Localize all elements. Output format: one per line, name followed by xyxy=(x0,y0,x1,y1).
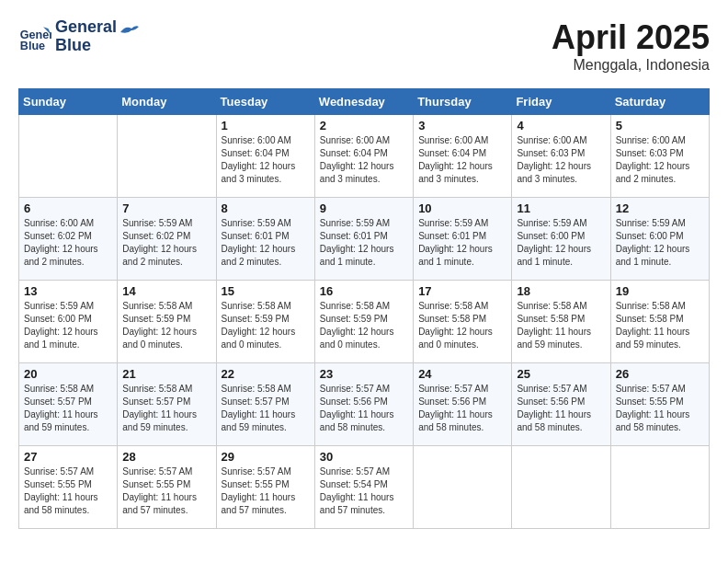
cell-info: Sunrise: 6:00 AM Sunset: 6:03 PM Dayligh… xyxy=(616,134,704,186)
cell-info: Sunrise: 5:58 AM Sunset: 5:57 PM Dayligh… xyxy=(222,383,310,434)
calendar-cell xyxy=(414,446,512,529)
cell-info: Sunrise: 5:57 AM Sunset: 5:56 PM Dayligh… xyxy=(418,383,506,434)
calendar-cell: 13Sunrise: 5:59 AM Sunset: 6:00 PM Dayli… xyxy=(19,281,118,363)
day-number: 16 xyxy=(320,284,408,298)
day-number: 6 xyxy=(24,201,112,215)
cell-info: Sunrise: 6:00 AM Sunset: 6:02 PM Dayligh… xyxy=(24,217,112,269)
calendar-week-row: 6Sunrise: 6:00 AM Sunset: 6:02 PM Daylig… xyxy=(19,198,710,281)
cell-info: Sunrise: 6:00 AM Sunset: 6:04 PM Dayligh… xyxy=(222,134,310,186)
day-number: 12 xyxy=(616,201,704,215)
cell-info: Sunrise: 5:59 AM Sunset: 6:00 PM Dayligh… xyxy=(616,217,704,269)
cell-info: Sunrise: 5:57 AM Sunset: 5:55 PM Dayligh… xyxy=(222,465,310,517)
calendar-cell: 16Sunrise: 5:58 AM Sunset: 5:59 PM Dayli… xyxy=(314,281,413,363)
cell-info: Sunrise: 6:00 AM Sunset: 6:04 PM Dayligh… xyxy=(418,134,506,186)
logo-text-blue: Blue xyxy=(55,37,117,55)
day-number: 20 xyxy=(24,367,112,381)
calendar-cell: 4Sunrise: 6:00 AM Sunset: 6:03 PM Daylig… xyxy=(512,115,610,198)
logo-text-general: General xyxy=(55,18,117,37)
calendar-cell: 9Sunrise: 5:59 AM Sunset: 6:01 PM Daylig… xyxy=(314,198,413,281)
day-number: 3 xyxy=(418,119,506,132)
cell-info: Sunrise: 5:57 AM Sunset: 5:54 PM Dayligh… xyxy=(320,465,408,517)
col-header-thursday: Thursday xyxy=(414,89,512,115)
cell-info: Sunrise: 5:58 AM Sunset: 5:59 PM Dayligh… xyxy=(320,300,408,351)
calendar-cell: 7Sunrise: 5:59 AM Sunset: 6:02 PM Daylig… xyxy=(118,198,216,281)
cell-info: Sunrise: 5:57 AM Sunset: 5:55 PM Dayligh… xyxy=(122,465,210,517)
calendar-cell: 28Sunrise: 5:57 AM Sunset: 5:55 PM Dayli… xyxy=(118,446,216,529)
cell-info: Sunrise: 5:59 AM Sunset: 6:01 PM Dayligh… xyxy=(418,217,506,269)
calendar-cell: 10Sunrise: 5:59 AM Sunset: 6:01 PM Dayli… xyxy=(414,198,512,281)
calendar-week-row: 20Sunrise: 5:58 AM Sunset: 5:57 PM Dayli… xyxy=(19,363,710,446)
cell-info: Sunrise: 6:00 AM Sunset: 6:03 PM Dayligh… xyxy=(517,134,605,186)
calendar-cell: 8Sunrise: 5:59 AM Sunset: 6:01 PM Daylig… xyxy=(216,198,314,281)
calendar-cell: 14Sunrise: 5:58 AM Sunset: 5:59 PM Dayli… xyxy=(118,281,216,363)
day-number: 30 xyxy=(320,450,408,464)
cell-info: Sunrise: 5:58 AM Sunset: 5:58 PM Dayligh… xyxy=(616,300,704,351)
day-number: 27 xyxy=(24,450,112,464)
title-block: April 2025 Menggala, Indonesia xyxy=(552,18,710,74)
cell-info: Sunrise: 6:00 AM Sunset: 6:04 PM Dayligh… xyxy=(320,134,408,186)
calendar-cell: 25Sunrise: 5:57 AM Sunset: 5:56 PM Dayli… xyxy=(512,363,610,446)
cell-info: Sunrise: 5:57 AM Sunset: 5:56 PM Dayligh… xyxy=(517,383,605,434)
cell-info: Sunrise: 5:58 AM Sunset: 5:58 PM Dayligh… xyxy=(418,300,506,351)
day-number: 1 xyxy=(222,119,310,132)
day-number: 4 xyxy=(517,119,605,132)
cell-info: Sunrise: 5:57 AM Sunset: 5:56 PM Dayligh… xyxy=(320,383,408,434)
calendar-cell: 27Sunrise: 5:57 AM Sunset: 5:55 PM Dayli… xyxy=(19,446,118,529)
calendar-cell: 23Sunrise: 5:57 AM Sunset: 5:56 PM Dayli… xyxy=(314,363,413,446)
day-number: 14 xyxy=(122,284,210,298)
calendar-week-row: 27Sunrise: 5:57 AM Sunset: 5:55 PM Dayli… xyxy=(19,446,710,529)
day-number: 5 xyxy=(616,119,704,132)
cell-info: Sunrise: 5:58 AM Sunset: 5:59 PM Dayligh… xyxy=(122,300,210,351)
logo-bird-icon xyxy=(119,23,141,41)
calendar-cell: 20Sunrise: 5:58 AM Sunset: 5:57 PM Dayli… xyxy=(19,363,118,446)
calendar-table: SundayMondayTuesdayWednesdayThursdayFrid… xyxy=(18,88,710,529)
calendar-cell: 5Sunrise: 6:00 AM Sunset: 6:03 PM Daylig… xyxy=(610,115,709,198)
calendar-cell: 15Sunrise: 5:58 AM Sunset: 5:59 PM Dayli… xyxy=(216,281,314,363)
calendar-cell: 1Sunrise: 6:00 AM Sunset: 6:04 PM Daylig… xyxy=(216,115,314,198)
cell-info: Sunrise: 5:57 AM Sunset: 5:55 PM Dayligh… xyxy=(616,383,704,434)
day-number: 2 xyxy=(320,119,408,132)
day-number: 17 xyxy=(418,284,506,298)
day-number: 15 xyxy=(222,284,310,298)
calendar-cell: 2Sunrise: 6:00 AM Sunset: 6:04 PM Daylig… xyxy=(314,115,413,198)
day-number: 22 xyxy=(222,367,310,381)
cell-info: Sunrise: 5:58 AM Sunset: 5:57 PM Dayligh… xyxy=(122,383,210,434)
logo-icon: General Blue xyxy=(18,20,51,53)
calendar-cell xyxy=(19,115,118,198)
calendar-cell xyxy=(610,446,709,529)
cell-info: Sunrise: 5:58 AM Sunset: 5:57 PM Dayligh… xyxy=(24,383,112,434)
svg-text:Blue: Blue xyxy=(20,40,45,52)
cell-info: Sunrise: 5:59 AM Sunset: 6:00 PM Dayligh… xyxy=(517,217,605,269)
calendar-cell: 30Sunrise: 5:57 AM Sunset: 5:54 PM Dayli… xyxy=(314,446,413,529)
day-number: 9 xyxy=(320,201,408,215)
calendar-cell: 22Sunrise: 5:58 AM Sunset: 5:57 PM Dayli… xyxy=(216,363,314,446)
day-number: 8 xyxy=(222,201,310,215)
calendar-header-row: SundayMondayTuesdayWednesdayThursdayFrid… xyxy=(19,89,710,115)
day-number: 10 xyxy=(418,201,506,215)
cell-info: Sunrise: 5:59 AM Sunset: 6:01 PM Dayligh… xyxy=(320,217,408,269)
cell-info: Sunrise: 5:58 AM Sunset: 5:58 PM Dayligh… xyxy=(517,300,605,351)
calendar-cell: 11Sunrise: 5:59 AM Sunset: 6:00 PM Dayli… xyxy=(512,198,610,281)
calendar-week-row: 13Sunrise: 5:59 AM Sunset: 6:00 PM Dayli… xyxy=(19,281,710,363)
calendar-cell: 18Sunrise: 5:58 AM Sunset: 5:58 PM Dayli… xyxy=(512,281,610,363)
calendar-cell: 21Sunrise: 5:58 AM Sunset: 5:57 PM Dayli… xyxy=(118,363,216,446)
calendar-cell xyxy=(512,446,610,529)
main-title: April 2025 xyxy=(552,18,710,57)
col-header-friday: Friday xyxy=(512,89,610,115)
day-number: 25 xyxy=(517,367,605,381)
day-number: 29 xyxy=(222,450,310,464)
day-number: 18 xyxy=(517,284,605,298)
day-number: 26 xyxy=(616,367,704,381)
day-number: 24 xyxy=(418,367,506,381)
calendar-cell: 17Sunrise: 5:58 AM Sunset: 5:58 PM Dayli… xyxy=(414,281,512,363)
calendar-cell: 26Sunrise: 5:57 AM Sunset: 5:55 PM Dayli… xyxy=(610,363,709,446)
calendar-cell: 3Sunrise: 6:00 AM Sunset: 6:04 PM Daylig… xyxy=(414,115,512,198)
calendar-cell: 12Sunrise: 5:59 AM Sunset: 6:00 PM Dayli… xyxy=(610,198,709,281)
calendar-cell xyxy=(118,115,216,198)
subtitle: Menggala, Indonesia xyxy=(552,57,710,74)
day-number: 21 xyxy=(122,367,210,381)
day-number: 11 xyxy=(517,201,605,215)
col-header-saturday: Saturday xyxy=(610,89,709,115)
day-number: 28 xyxy=(122,450,210,464)
day-number: 13 xyxy=(24,284,112,298)
